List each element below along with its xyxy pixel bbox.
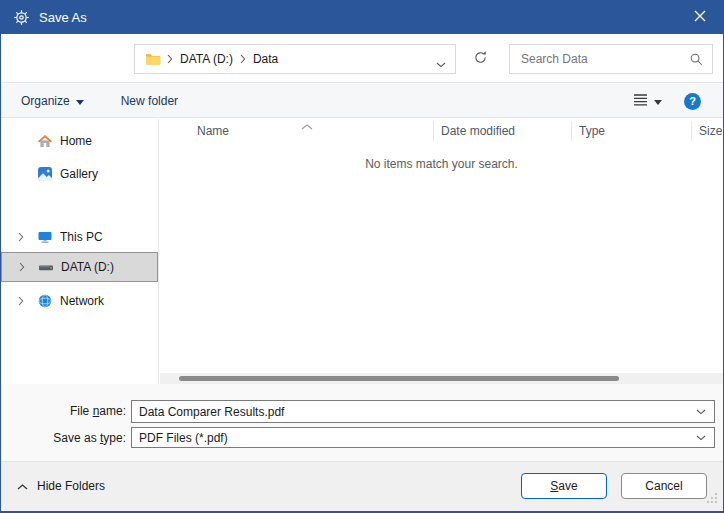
hide-folders-button[interactable]: Hide Folders <box>17 479 105 493</box>
chevron-up-icon <box>17 479 28 493</box>
main-area: Home Gallery This PC <box>1 119 723 384</box>
sidebar-item-gallery[interactable]: Gallery <box>1 162 158 186</box>
titlebar: Save As <box>1 1 723 34</box>
chevron-down-icon[interactable] <box>696 409 706 415</box>
address-dropdown-icon[interactable] <box>436 57 446 71</box>
search-box <box>509 44 713 74</box>
filename-panel: File name: Save as type: <box>1 384 723 461</box>
breadcrumb-chevron-icon <box>164 54 176 64</box>
sidebar-item-label: Home <box>60 134 92 148</box>
sort-ascending-icon <box>301 119 313 133</box>
command-bar: Organize New folder ? <box>1 84 723 118</box>
refresh-button[interactable] <box>463 44 497 74</box>
home-icon <box>37 133 53 149</box>
computer-icon <box>37 229 53 245</box>
file-name-combobox <box>131 400 715 423</box>
new-folder-label: New folder <box>121 94 178 108</box>
sidebar-item-home[interactable]: Home <box>1 129 158 153</box>
column-header-type[interactable]: Type <box>579 124 605 138</box>
navigation-bar: ← → ↑ DATA (D:) Data <box>1 34 723 83</box>
sidebar-item-label: DATA (D:) <box>61 260 114 274</box>
organize-menu-button[interactable]: Organize <box>21 94 84 108</box>
close-button[interactable] <box>677 1 723 34</box>
cancel-label: Cancel <box>645 479 682 493</box>
save-as-type-label: Save as type: <box>6 431 126 445</box>
file-name-label: File name: <box>6 404 126 418</box>
sidebar-item-label: Network <box>60 294 104 308</box>
file-name-input[interactable] <box>132 401 714 422</box>
sidebar-item-label: Gallery <box>60 167 98 181</box>
breadcrumb-segment-current[interactable]: Data <box>249 52 282 66</box>
save-as-type-value <box>132 428 714 447</box>
network-icon <box>37 293 53 309</box>
window-title: Save As <box>39 10 87 25</box>
dialog-footer: Hide Folders Save Cancel <box>1 461 723 511</box>
empty-folder-message: No items match your search. <box>160 157 723 171</box>
column-separator[interactable] <box>433 121 434 141</box>
hide-folders-label: Hide Folders <box>37 479 105 493</box>
breadcrumb-chevron-icon <box>237 54 249 64</box>
column-separator[interactable] <box>571 121 572 141</box>
help-button[interactable]: ? <box>684 93 701 110</box>
resize-grip[interactable] <box>707 493 718 507</box>
chevron-down-icon <box>696 435 706 441</box>
column-header-date-modified[interactable]: Date modified <box>441 124 515 138</box>
settings-gear-icon <box>13 9 30 26</box>
cancel-button[interactable]: Cancel <box>621 473 707 499</box>
sidebar-item-this-pc[interactable]: This PC <box>1 225 158 249</box>
refresh-icon <box>473 50 488 68</box>
column-separator[interactable] <box>691 121 692 141</box>
save-button[interactable]: Save <box>521 473 607 499</box>
chevron-right-icon <box>18 232 24 242</box>
save-as-type-select[interactable] <box>131 427 715 448</box>
file-list: Name Date modified Type Size No items ma… <box>160 119 723 384</box>
organize-label: Organize <box>21 94 70 108</box>
save-as-dialog: Save As ← → ↑ DATA <box>0 0 724 513</box>
hard-drive-icon <box>38 259 54 275</box>
list-view-icon <box>633 93 649 110</box>
close-icon <box>694 10 706 25</box>
scrollbar-thumb[interactable] <box>179 376 619 381</box>
address-bar[interactable]: DATA (D:) Data <box>134 44 456 74</box>
question-mark-icon: ? <box>689 95 696 107</box>
new-folder-button[interactable]: New folder <box>121 94 178 108</box>
search-input[interactable] <box>510 45 712 73</box>
sidebar-item-label: This PC <box>60 230 103 244</box>
caret-down-icon <box>76 94 84 108</box>
column-header-name[interactable]: Name <box>197 124 229 138</box>
search-icon[interactable] <box>689 52 704 70</box>
chevron-right-icon <box>18 296 24 306</box>
change-view-button[interactable] <box>633 93 662 110</box>
breadcrumb-segment-root[interactable]: DATA (D:) <box>176 52 237 66</box>
column-header-row: Name Date modified Type Size <box>160 119 723 143</box>
caret-down-icon <box>654 94 662 108</box>
horizontal-scrollbar[interactable] <box>160 373 723 384</box>
navigation-pane: Home Gallery This PC <box>1 119 159 384</box>
sidebar-item-data-drive[interactable]: DATA (D:) <box>1 252 158 282</box>
gallery-icon <box>37 166 53 182</box>
chevron-right-icon <box>19 262 25 272</box>
column-header-size[interactable]: Size <box>699 124 722 138</box>
sidebar-item-network[interactable]: Network <box>1 289 158 313</box>
folder-icon <box>135 52 164 66</box>
